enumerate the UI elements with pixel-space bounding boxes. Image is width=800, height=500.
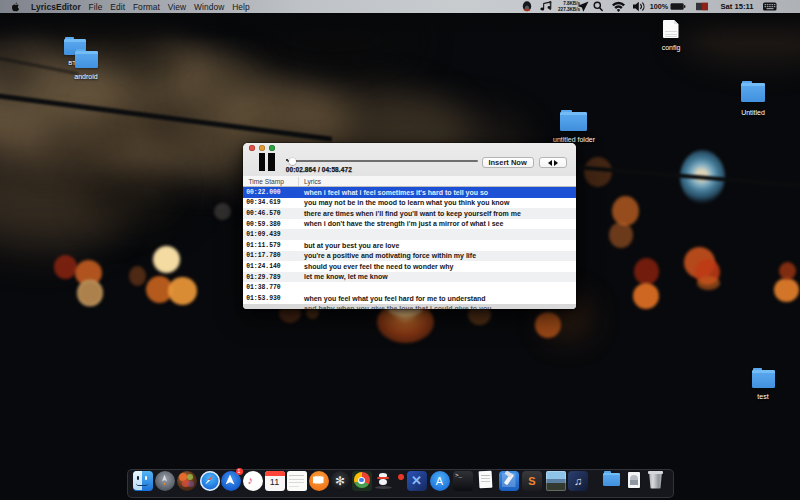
svg-text:100%: 100% bbox=[650, 2, 669, 11]
svg-text:227.3KB/s: 227.3KB/s bbox=[558, 7, 580, 12]
svg-text:Sat 15:11: Sat 15:11 bbox=[721, 2, 755, 11]
svg-text:7.8KB/s: 7.8KB/s bbox=[563, 1, 580, 6]
